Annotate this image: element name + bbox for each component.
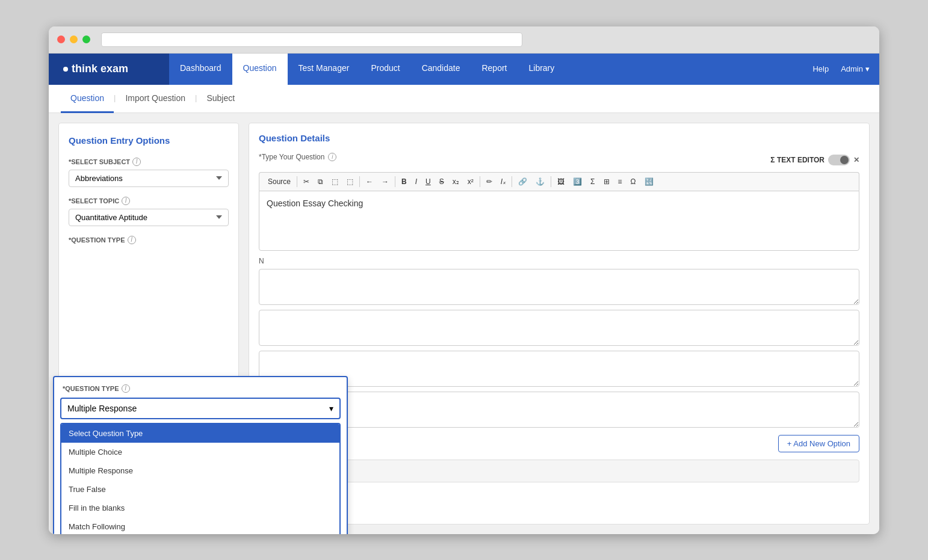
tab-question[interactable]: Question [61,85,114,113]
qt-option-multiple-choice[interactable]: Multiple Choice [61,443,339,461]
main-content: Question Entry Options *SELECT SUBJECT i… [49,113,879,534]
question-editor[interactable]: Question Essay Checking [259,191,859,251]
toolbar-source[interactable]: Source [264,176,294,188]
toolbar-underline[interactable]: U [422,176,435,188]
toolbar-paste-text[interactable]: ⬚ [343,176,357,188]
toolbar-table[interactable]: ⊞ [600,176,613,188]
toolbar-sep-2 [359,176,360,187]
nav-item-candidate[interactable]: Candidate [411,54,471,85]
toolbar-sep-6 [551,176,551,187]
toolbar-copy[interactable]: ⧉ [314,176,327,188]
toolbar-redo[interactable]: → [378,176,392,188]
toolbar-sep-1 [297,176,297,187]
toolbar-paste[interactable]: ⬚ [328,176,342,188]
text-editor-toggle[interactable]: Σ TEXT EDITOR ✕ [770,155,859,165]
add-new-option-button[interactable]: + Add New Option [778,435,859,452]
topic-info-icon: i [122,197,130,205]
subject-select[interactable]: Abbreviations [69,170,229,187]
close-icon[interactable] [57,35,65,43]
url-bar[interactable] [101,32,522,47]
option-textarea-2[interactable] [259,310,859,346]
toolbar-strikethrough[interactable]: S [436,176,448,188]
nav-item-dashboard[interactable]: Dashboard [169,54,232,85]
toolbar-undo[interactable]: ← [362,176,377,188]
toggle-inner [840,156,849,164]
question-header-row: *Type Your Question i Σ TEXT EDITOR ✕ [259,153,859,167]
qt-option-true-false[interactable]: True False [61,480,339,499]
toolbar-sep-3 [395,176,395,187]
sub-tabs: Question | Import Question | Subject [49,85,879,113]
navbar: think exam Dashboard Question Test Manag… [49,54,879,85]
nav-item-product[interactable]: Product [360,54,410,85]
toolbar-cut[interactable]: ✂ [300,176,313,188]
qt-info-icon: i [122,384,130,393]
brand-logo: think exam [49,54,169,85]
nav-right: Help Admin ▾ [812,54,879,85]
options-section: N + Add New Option [259,257,859,452]
select-subject-label: *SELECT SUBJECT i [69,158,229,166]
toolbar-sep-4 [480,176,480,187]
brand-dot-icon [63,67,68,72]
question-type-dropdown: *QUESTION TYPE i Multiple Response ▾ Sel… [53,376,348,534]
add-explanation-button[interactable]: + Add Explanation [259,460,859,482]
right-panel-title: Question Details [259,133,859,143]
qt-option-select[interactable]: Select Question Type [61,424,339,443]
chevron-down-icon: ▾ [865,64,870,73]
toolbar-superscript[interactable]: x² [464,176,477,188]
topic-select[interactable]: Quantitative Aptitude [69,209,229,226]
app-window: think exam Dashboard Question Test Manag… [49,26,879,534]
maximize-icon[interactable] [82,35,90,43]
left-panel: Question Entry Options *SELECT SUBJECT i… [58,123,239,525]
type-question-info-icon: i [328,153,336,161]
editor-toolbar: Source ✂ ⧉ ⬚ ⬚ ← → B I U S x₂ x² ✏ Iₓ [259,172,859,191]
nav-item-library[interactable]: Library [518,54,565,85]
toolbar-extra[interactable]: 🔣 [641,176,657,188]
left-panel-title: Question Entry Options [69,135,229,146]
toolbar-italic[interactable]: I [412,176,421,188]
toolbar-bold[interactable]: B [398,176,410,188]
question-type-label-left: *QUESTION TYPE i [69,236,229,244]
add-option-row: + Add New Option [259,432,859,452]
qt-selected-value[interactable]: Multiple Response ▾ [60,398,341,419]
chevron-icon: ▾ [329,404,333,413]
toolbar-link[interactable]: 🔗 [515,176,531,188]
toolbar-subscript[interactable]: x₂ [449,176,463,188]
type-question-label: *Type Your Question i [259,153,336,161]
minimize-icon[interactable] [70,35,78,43]
select-topic-label: *SELECT TOPIC i [69,197,229,205]
toolbar-pencil[interactable]: ✏ [483,176,496,188]
qt-option-multiple-response[interactable]: Multiple Response [61,461,339,480]
nav-item-report[interactable]: Report [471,54,518,85]
options-label: N [259,257,859,265]
nav-items: Dashboard Question Test Manager Product … [169,54,812,85]
qt-option-fill-blanks[interactable]: Fill in the blanks [61,499,339,517]
option-textarea-1[interactable] [259,269,859,305]
help-link[interactable]: Help [812,64,829,73]
option-textarea-4[interactable] [259,392,859,428]
qt-option-match-following[interactable]: Match Following [61,517,339,534]
toolbar-flash[interactable]: 3️⃣ [569,176,586,188]
subject-info-icon: i [132,158,141,166]
toolbar-clear-format[interactable]: Iₓ [497,176,509,188]
tab-subject[interactable]: Subject [197,85,244,113]
toolbar-sep-5 [512,176,512,187]
toggle-x-icon: ✕ [853,156,859,164]
brand-name: think exam [72,63,128,75]
toolbar-special-char[interactable]: Ω [627,176,640,188]
nav-item-test-manager[interactable]: Test Manager [288,54,360,85]
toolbar-image[interactable]: 🖼 [554,176,568,188]
qt-label: *QUESTION TYPE i [54,377,347,398]
tab-import-question[interactable]: Import Question [116,85,195,113]
qtype-info-icon: i [128,236,136,244]
nav-item-question[interactable]: Question [232,54,288,85]
option-textarea-3[interactable] [259,351,859,387]
toolbar-math[interactable]: Σ [587,176,598,188]
title-bar [49,26,879,54]
toolbar-horizontal-rule[interactable]: ≡ [614,176,626,188]
admin-button[interactable]: Admin ▾ [841,64,870,73]
text-editor-switch[interactable] [828,155,850,165]
toolbar-anchor[interactable]: ⚓ [532,176,548,188]
qt-options-list: Select Question Type Multiple Choice Mul… [60,423,341,534]
